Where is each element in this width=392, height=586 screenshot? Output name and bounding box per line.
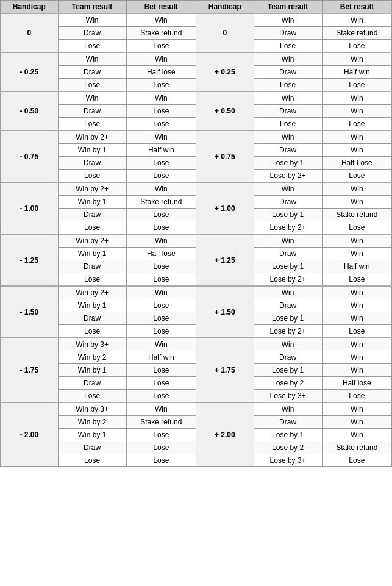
- right-bet-result: Win: [322, 234, 391, 248]
- right-team-result: Win: [254, 91, 322, 105]
- right-team-result: Lose: [254, 118, 322, 131]
- right-bet-result: Half lose: [322, 377, 391, 390]
- main-container: Handicap Team result Bet result Handicap…: [0, 0, 392, 467]
- left-handicap-cell: - 0.25: [1, 52, 59, 91]
- left-handicap-cell: - 0.50: [1, 91, 59, 130]
- header-team-result-right: Team result: [254, 1, 322, 14]
- header-team-result-left: Team result: [58, 1, 126, 14]
- header-row: Handicap Team result Bet result Handicap…: [1, 1, 392, 14]
- left-bet-result: Win: [126, 52, 196, 66]
- right-team-result: Lose by 2: [254, 441, 322, 454]
- right-team-result: Draw: [254, 351, 322, 364]
- left-team-result: Lose: [58, 40, 126, 53]
- left-bet-result: Win: [126, 338, 196, 351]
- right-team-result: Lose by 1: [254, 260, 322, 273]
- left-team-result: Win by 2: [58, 416, 126, 429]
- left-team-result: Lose: [58, 79, 126, 92]
- right-bet-result: Stake refund: [322, 27, 391, 40]
- left-bet-result: Half win: [126, 351, 196, 364]
- left-team-result: Win by 2+: [58, 234, 126, 248]
- left-team-result: Win by 2: [58, 351, 126, 364]
- left-team-result: Draw: [58, 27, 126, 40]
- right-team-result: Lose by 3+: [254, 390, 322, 403]
- left-bet-result: Lose: [126, 105, 196, 118]
- right-team-result: Lose by 1: [254, 157, 322, 170]
- left-bet-result: Lose: [126, 273, 196, 287]
- right-team-result: Win: [254, 338, 322, 351]
- left-bet-result: Stake refund: [126, 196, 196, 209]
- right-bet-result: Win: [322, 105, 391, 118]
- left-bet-result: Lose: [126, 364, 196, 377]
- left-bet-result: Lose: [126, 325, 196, 338]
- right-team-result: Win: [254, 130, 322, 144]
- left-team-result: Draw: [58, 66, 126, 79]
- left-bet-result: Win: [126, 402, 196, 416]
- right-team-result: Win: [254, 234, 322, 248]
- right-team-result: Draw: [254, 248, 322, 260]
- left-bet-result: Lose: [126, 118, 196, 131]
- left-team-result: Lose: [58, 170, 126, 183]
- right-bet-result: Win: [322, 196, 391, 209]
- right-bet-result: Lose: [322, 390, 391, 403]
- left-team-result: Draw: [58, 157, 126, 170]
- left-bet-result: Lose: [126, 299, 196, 312]
- right-team-result: Lose by 1: [254, 312, 322, 325]
- left-team-result: Draw: [58, 105, 126, 118]
- left-handicap-cell: - 1.00: [1, 182, 59, 234]
- left-team-result: Win by 1: [58, 248, 126, 260]
- right-handicap-cell: + 1.75: [196, 338, 254, 402]
- right-handicap-cell: 0: [196, 13, 254, 52]
- right-handicap-cell: + 1.50: [196, 286, 254, 338]
- right-bet-result: Win: [322, 52, 391, 66]
- left-team-result: Lose: [58, 221, 126, 235]
- right-team-result: Lose by 1: [254, 364, 322, 377]
- right-team-result: Win: [254, 402, 322, 416]
- right-handicap-cell: + 2.00: [196, 402, 254, 467]
- right-bet-result: Win: [322, 312, 391, 325]
- left-bet-result: Half lose: [126, 66, 196, 79]
- right-team-result: Draw: [254, 105, 322, 118]
- right-bet-result: Win: [322, 13, 391, 27]
- left-team-result: Draw: [58, 441, 126, 454]
- left-bet-result: Half lose: [126, 248, 196, 260]
- left-bet-result: Lose: [126, 260, 196, 273]
- left-bet-result: Lose: [126, 157, 196, 170]
- right-team-result: Lose by 1: [254, 209, 322, 221]
- left-team-result: Lose: [58, 273, 126, 287]
- left-team-result: Draw: [58, 209, 126, 221]
- right-bet-result: Win: [322, 286, 391, 299]
- right-bet-result: Lose: [322, 454, 391, 467]
- right-team-result: Lose by 2+: [254, 221, 322, 235]
- left-bet-result: Lose: [126, 454, 196, 467]
- left-team-result: Win by 1: [58, 196, 126, 209]
- left-bet-result: Lose: [126, 390, 196, 403]
- right-bet-result: Win: [322, 182, 391, 196]
- table-row: - 0.50WinWin+ 0.50WinWin: [1, 91, 392, 105]
- right-team-result: Draw: [254, 196, 322, 209]
- left-bet-result: Lose: [126, 79, 196, 92]
- right-team-result: Draw: [254, 66, 322, 79]
- left-team-result: Win by 1: [58, 429, 126, 441]
- right-team-result: Lose by 2+: [254, 273, 322, 287]
- left-bet-result: Lose: [126, 221, 196, 235]
- left-handicap-cell: - 1.25: [1, 234, 59, 286]
- right-bet-result: Win: [322, 299, 391, 312]
- right-team-result: Lose by 2+: [254, 325, 322, 338]
- right-team-result: Draw: [254, 27, 322, 40]
- table-row: - 1.00Win by 2+Win+ 1.00WinWin: [1, 182, 392, 196]
- table-row: - 1.75Win by 3+Win+ 1.75WinWin: [1, 338, 392, 351]
- right-bet-result: Win: [322, 248, 391, 260]
- handicap-table: Handicap Team result Bet result Handicap…: [0, 0, 392, 467]
- right-team-result: Lose by 1: [254, 429, 322, 441]
- left-handicap-cell: - 1.50: [1, 286, 59, 338]
- left-team-result: Draw: [58, 312, 126, 325]
- right-bet-result: Win: [322, 429, 391, 441]
- right-team-result: Draw: [254, 144, 322, 157]
- right-team-result: Win: [254, 182, 322, 196]
- header-bet-result-left: Bet result: [126, 1, 196, 14]
- left-bet-result: Lose: [126, 441, 196, 454]
- left-bet-result: Lose: [126, 429, 196, 441]
- right-team-result: Lose by 3+: [254, 454, 322, 467]
- left-team-result: Draw: [58, 260, 126, 273]
- right-handicap-cell: + 1.25: [196, 234, 254, 286]
